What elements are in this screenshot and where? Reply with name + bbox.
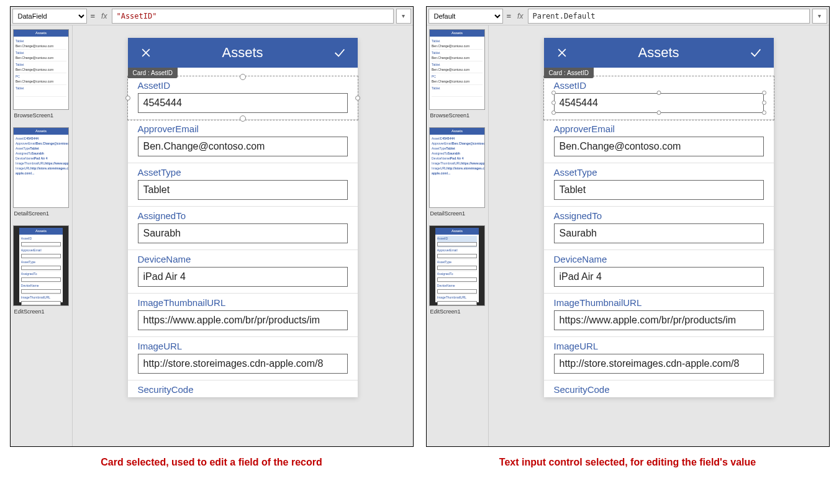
phone-canvas[interactable]: Assets Card : AssetID AssetID xyxy=(544,38,774,397)
field-label: ImageURL xyxy=(554,341,764,351)
thumb-edit-label: EditScreen1 xyxy=(429,308,486,315)
field-input-assetid[interactable] xyxy=(138,93,348,113)
field-label: ApproverEmail xyxy=(554,124,764,134)
field-label: ApproverEmail xyxy=(138,124,348,134)
formula-expand-button[interactable]: ▾ xyxy=(396,9,411,24)
card-assignedto[interactable]: AssignedTo xyxy=(544,207,774,250)
card-imagethumbnailurl[interactable]: ImageThumbnailURL xyxy=(128,294,358,337)
thumb-browse-screen[interactable]: Assets TabletBen.Change@contoso.com Tabl… xyxy=(429,29,485,110)
fx-icon: fx xyxy=(99,12,109,20)
card-assettype[interactable]: AssetType xyxy=(128,163,358,207)
field-input-assignedto[interactable] xyxy=(138,223,348,243)
field-label: AssignedTo xyxy=(138,210,348,221)
phone-canvas[interactable]: Assets Card : AssetID AssetID xyxy=(128,38,358,397)
equals-sign: = xyxy=(506,11,513,20)
card-assetid[interactable]: AssetID xyxy=(544,76,774,120)
property-dropdown[interactable]: Default xyxy=(429,9,503,24)
card-imageurl[interactable]: ImageURL xyxy=(128,337,358,380)
field-input-assettype[interactable] xyxy=(554,180,764,200)
field-label: AssetType xyxy=(138,167,348,178)
close-icon[interactable] xyxy=(139,46,153,60)
card-assettype[interactable]: AssetType xyxy=(544,163,774,207)
field-input-assignedto[interactable] xyxy=(554,223,764,243)
left-panel-wrap: DataField = fx ▾ Assets TabletBen.Change… xyxy=(10,6,414,468)
thumb-browse-screen[interactable]: Assets TabletBen.Change@contoso.com Tabl… xyxy=(13,29,69,110)
field-label: DeviceName xyxy=(554,254,764,264)
thumb-detail-screen[interactable]: Assets AssetID4545444 ApproverEmailBen.C… xyxy=(13,127,69,208)
formula-bar-left: DataField = fx ▾ xyxy=(11,7,413,25)
field-input-imageurl[interactable] xyxy=(138,354,348,374)
app-title: Assets xyxy=(222,45,263,61)
card-securitycode[interactable]: SecurityCode xyxy=(544,380,774,395)
thumb-detail-screen[interactable]: Assets AssetID4545444 ApproverEmailBen.C… xyxy=(429,127,485,208)
check-icon[interactable] xyxy=(333,46,347,60)
card-tag: Card : AssetID xyxy=(544,68,594,78)
card-imagethumbnailurl[interactable]: ImageThumbnailURL xyxy=(544,294,774,337)
card-assetid[interactable]: AssetID xyxy=(128,76,358,120)
fx-icon: fx xyxy=(515,12,525,20)
left-caption: Card selected, used to edit a field of t… xyxy=(10,457,414,468)
screen-thumbnail-rail: Assets TabletBen.Change@contoso.com Tabl… xyxy=(11,25,73,446)
equals-sign: = xyxy=(89,11,97,20)
check-icon[interactable] xyxy=(749,46,763,60)
card-devicename[interactable]: DeviceName xyxy=(544,250,774,294)
formula-input[interactable] xyxy=(112,9,393,24)
field-label: ImageThumbnailURL xyxy=(138,297,348,308)
field-label: AssetID xyxy=(554,80,764,91)
field-input-approveremail[interactable] xyxy=(554,137,764,156)
field-label: ImageURL xyxy=(138,341,348,351)
field-label: SecurityCode xyxy=(554,384,764,395)
field-label: DeviceName xyxy=(138,254,348,264)
card-devicename[interactable]: DeviceName xyxy=(128,250,358,294)
field-label: AssetType xyxy=(554,167,764,178)
field-label: SecurityCode xyxy=(138,384,348,395)
thumb-detail-label: DetailScreen1 xyxy=(429,210,486,217)
screen-thumbnail-rail: Assets TabletBen.Change@contoso.com Tabl… xyxy=(427,25,489,446)
card-assignedto[interactable]: AssignedTo xyxy=(128,207,358,250)
card-securitycode[interactable]: SecurityCode xyxy=(128,380,358,395)
field-input-imagethumbnailurl[interactable] xyxy=(554,310,764,330)
right-caption: Text input control selected, for editing… xyxy=(426,457,830,468)
card-approveremail[interactable]: ApproverEmail xyxy=(128,120,358,163)
field-label: AssignedTo xyxy=(554,210,764,221)
thumb-browse-label: BrowseScreen1 xyxy=(429,112,486,119)
app-title: Assets xyxy=(638,45,679,61)
thumb-edit-screen[interactable]: Assets AssetID ApproverEmail AssetType A… xyxy=(429,225,485,306)
thumb-detail-label: DetailScreen1 xyxy=(13,210,70,217)
field-input-devicename[interactable] xyxy=(554,267,764,287)
close-icon[interactable] xyxy=(555,46,569,60)
field-input-imageurl[interactable] xyxy=(554,354,764,374)
field-label: AssetID xyxy=(138,80,348,91)
card-tag: Card : AssetID xyxy=(128,68,178,78)
formula-input[interactable] xyxy=(528,9,809,24)
field-input-devicename[interactable] xyxy=(138,267,348,287)
card-imageurl[interactable]: ImageURL xyxy=(544,337,774,380)
property-dropdown[interactable]: DataField xyxy=(12,9,87,24)
field-input-imagethumbnailurl[interactable] xyxy=(138,310,348,330)
thumb-browse-label: BrowseScreen1 xyxy=(13,112,70,119)
formula-expand-button[interactable]: ▾ xyxy=(812,9,827,24)
right-panel-wrap: Default = fx ▾ Assets TabletBen.Change@c… xyxy=(426,6,830,468)
field-input-assettype[interactable] xyxy=(138,180,348,200)
thumb-edit-label: EditScreen1 xyxy=(13,308,70,315)
thumb-edit-screen[interactable]: Assets AssetID ApproverEmail AssetType A… xyxy=(13,225,69,306)
card-approveremail[interactable]: ApproverEmail xyxy=(544,120,774,163)
formula-bar-right: Default = fx ▾ xyxy=(427,7,829,25)
field-input-approveremail[interactable] xyxy=(138,137,348,156)
field-label: ImageThumbnailURL xyxy=(554,297,764,308)
